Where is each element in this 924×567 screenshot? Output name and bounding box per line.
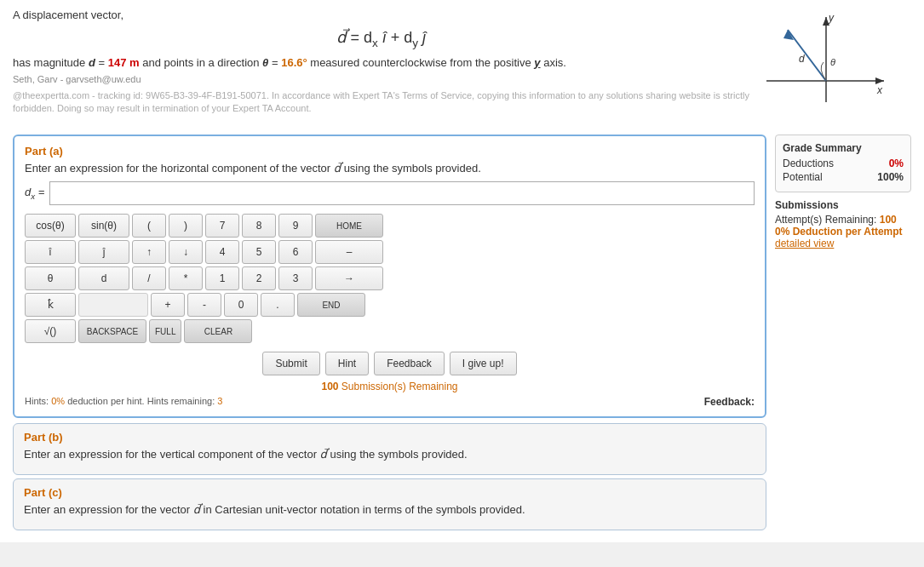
attempts-val: 100	[880, 214, 897, 226]
deductions-row: Deductions 0%	[783, 158, 904, 169]
svg-line-6	[788, 30, 826, 81]
potential-row: Potential 100%	[783, 171, 904, 183]
key-7[interactable]: 7	[205, 214, 239, 238]
key-d[interactable]: d	[78, 266, 129, 290]
key-divide[interactable]: /	[132, 266, 166, 290]
key-minus[interactable]: -	[187, 293, 221, 317]
svg-marker-3	[875, 77, 884, 84]
part-c-box: Part (c) Enter an expression for the vec…	[13, 478, 766, 530]
part-a-description: Enter an expression for the horizontal c…	[25, 162, 755, 175]
magnitude-line: has magnitude d = 147 m and points in a …	[13, 56, 749, 69]
key-4[interactable]: 4	[205, 240, 239, 264]
svg-text:y: y	[828, 13, 835, 24]
deduction-per-attempt: 0% Deduction per Attempt	[775, 226, 911, 238]
key-theta[interactable]: θ	[25, 266, 76, 290]
part-b-box: Part (b) Enter an expression for the ver…	[13, 423, 766, 475]
author-line: Seth, Garv - garvseth@uw.edu	[13, 74, 749, 84]
part-c-title: Part (c)	[24, 486, 755, 499]
part-b-description: Enter an expression for the vertical com…	[24, 448, 755, 461]
key-9[interactable]: 9	[278, 214, 313, 238]
key-full[interactable]: FULL	[149, 319, 181, 343]
hints-count: 3	[217, 396, 222, 406]
main-equation: d⃗ = dx î + dy ĵ	[13, 28, 749, 49]
key-plus[interactable]: +	[151, 293, 185, 317]
keypad: cos(θ) sin(θ) ( ) 7 8 9 HOME î ĵ ↑	[25, 214, 755, 343]
key-8[interactable]: 8	[242, 214, 276, 238]
feedback-label: Feedback:	[704, 396, 755, 408]
svg-text:d: d	[799, 53, 805, 65]
part-c-description: Enter an expression for the vector d⃗ in…	[24, 503, 755, 516]
key-multiply[interactable]: *	[169, 266, 203, 290]
key-6[interactable]: 6	[278, 240, 313, 264]
detailed-view-link[interactable]: detailed view	[775, 238, 834, 249]
part-b-title: Part (b)	[24, 431, 755, 444]
tracking-line: @theexpertta.com - tracking id: 9W65-B3-…	[13, 89, 749, 116]
deductions-label: Deductions	[783, 158, 834, 169]
grade-summary-title: Grade Summary	[783, 142, 904, 154]
submissions-box: Submissions Attempt(s) Remaining: 100 0%…	[775, 199, 911, 249]
problem-intro: A displacement vector,	[13, 9, 749, 21]
key-clear[interactable]: CLEAR	[184, 319, 252, 343]
key-down-arrow[interactable]: ↓	[169, 240, 203, 264]
svg-text:x: x	[876, 84, 883, 96]
right-sidebar: Grade Summary Deductions 0% Potential 10…	[775, 135, 911, 534]
key-minus-long[interactable]: –	[315, 240, 383, 264]
key-empty	[78, 293, 148, 317]
key-5[interactable]: 5	[242, 240, 276, 264]
submit-button[interactable]: Submit	[262, 352, 319, 375]
hint-button[interactable]: Hint	[325, 352, 369, 375]
answer-input[interactable]	[49, 181, 755, 205]
submissions-remaining: 100 Submission(s) Remaining	[25, 381, 755, 392]
part-a-title: Part (a)	[25, 145, 755, 158]
input-row: dx =	[25, 181, 755, 205]
keypad-row-5: √() BACKSPACE FULL CLEAR	[25, 319, 755, 343]
keypad-row-1: cos(θ) sin(θ) ( ) 7 8 9 HOME	[25, 214, 755, 238]
key-up-arrow[interactable]: ↑	[132, 240, 166, 264]
key-j-hat[interactable]: ĵ	[78, 240, 129, 264]
svg-text:θ: θ	[830, 57, 835, 67]
key-right-arrow[interactable]: →	[315, 266, 383, 290]
give-up-button[interactable]: I give up!	[450, 352, 517, 375]
key-sqrt[interactable]: √()	[25, 319, 76, 343]
hints-pct: 0%	[51, 396, 65, 406]
key-0[interactable]: 0	[224, 293, 258, 317]
deductions-val: 0%	[889, 158, 904, 169]
key-close-paren[interactable]: )	[169, 214, 203, 238]
submissions-count: 100	[321, 381, 338, 392]
submissions-title: Submissions	[775, 199, 911, 211]
feedback-button[interactable]: Feedback	[374, 352, 445, 375]
keypad-row-2: î ĵ ↑ ↓ 4 5 6 –	[25, 240, 755, 264]
keypad-row-4: k̂ + - 0 . END	[25, 293, 755, 317]
key-home[interactable]: HOME	[315, 214, 383, 238]
keypad-row-3: θ d / * 1 2 3 →	[25, 266, 755, 290]
key-cos[interactable]: cos(θ)	[25, 214, 76, 238]
potential-label: Potential	[783, 171, 823, 183]
action-buttons-row: Submit Hint Feedback I give up!	[25, 352, 755, 375]
vector-diagram: y x θ d	[758, 13, 886, 123]
key-i-hat[interactable]: î	[25, 240, 76, 264]
key-2[interactable]: 2	[242, 266, 276, 290]
key-k-hat[interactable]: k̂	[25, 293, 76, 317]
key-3[interactable]: 3	[278, 266, 313, 290]
attempts-row: Attempt(s) Remaining: 100	[775, 214, 911, 226]
key-backspace[interactable]: BACKSPACE	[78, 319, 146, 343]
key-sin[interactable]: sin(θ)	[78, 214, 129, 238]
hints-line: Hints: 0% deduction per hint. Hints rema…	[25, 396, 222, 406]
key-dot[interactable]: .	[261, 293, 295, 317]
key-end[interactable]: END	[297, 293, 365, 317]
attempts-label: Attempt(s) Remaining:	[775, 214, 880, 226]
part-a-box: Part (a) Enter an expression for the hor…	[13, 135, 766, 418]
grade-summary-box: Grade Summary Deductions 0% Potential 10…	[775, 135, 911, 192]
submissions-label: Submission(s) Remaining	[341, 381, 458, 392]
input-label: dx =	[25, 186, 44, 201]
key-open-paren[interactable]: (	[132, 214, 166, 238]
potential-val: 100%	[877, 171, 904, 183]
key-1[interactable]: 1	[205, 266, 239, 290]
